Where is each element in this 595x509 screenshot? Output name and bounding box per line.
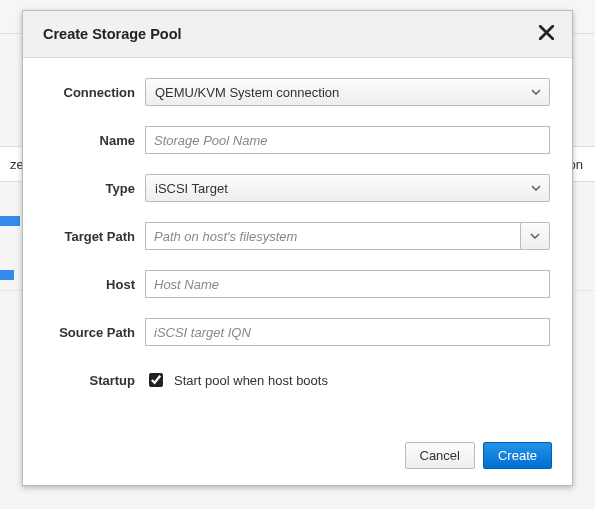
dialog-title: Create Storage Pool	[43, 26, 182, 42]
bg-progress-bar-1	[0, 216, 20, 226]
type-select[interactable]: iSCSI Target	[145, 174, 550, 202]
label-connection: Connection	[45, 85, 145, 100]
label-startup: Startup	[45, 373, 145, 388]
type-select-value: iSCSI Target	[155, 181, 228, 196]
label-target-path: Target Path	[45, 229, 145, 244]
target-path-dropdown-button[interactable]	[520, 222, 550, 250]
name-input[interactable]	[145, 126, 550, 154]
chevron-down-icon	[531, 183, 541, 193]
host-input[interactable]	[145, 270, 550, 298]
chevron-down-icon	[531, 87, 541, 97]
target-path-input[interactable]	[145, 222, 520, 250]
row-connection: Connection QEMU/KVM System connection	[45, 78, 550, 106]
label-source-path: Source Path	[45, 325, 145, 340]
startup-checkbox[interactable]	[149, 373, 163, 387]
dialog-header: Create Storage Pool	[23, 11, 572, 58]
label-host: Host	[45, 277, 145, 292]
close-button[interactable]	[536, 24, 556, 44]
row-type: Type iSCSI Target	[45, 174, 550, 202]
close-icon	[539, 25, 554, 43]
connection-select[interactable]: QEMU/KVM System connection	[145, 78, 550, 106]
create-storage-pool-dialog: Create Storage Pool Connection QEMU/KVM …	[22, 10, 573, 486]
row-target-path: Target Path	[45, 222, 550, 250]
dialog-footer: Cancel Create	[23, 428, 572, 485]
row-startup: Startup Start pool when host boots	[45, 366, 550, 394]
row-name: Name	[45, 126, 550, 154]
chevron-down-icon	[530, 229, 540, 244]
page-backdrop: ze tion Create Storage Pool Connection Q…	[0, 0, 595, 509]
startup-checkbox-label[interactable]: Start pool when host boots	[174, 373, 328, 388]
row-host: Host	[45, 270, 550, 298]
create-button[interactable]: Create	[483, 442, 552, 469]
target-path-combo	[145, 222, 550, 250]
dialog-body: Connection QEMU/KVM System connection Na…	[23, 58, 572, 394]
row-source-path: Source Path	[45, 318, 550, 346]
cancel-button[interactable]: Cancel	[405, 442, 475, 469]
label-type: Type	[45, 181, 145, 196]
bg-progress-bar-2	[0, 270, 14, 280]
label-name: Name	[45, 133, 145, 148]
connection-select-value: QEMU/KVM System connection	[155, 85, 339, 100]
source-path-input[interactable]	[145, 318, 550, 346]
